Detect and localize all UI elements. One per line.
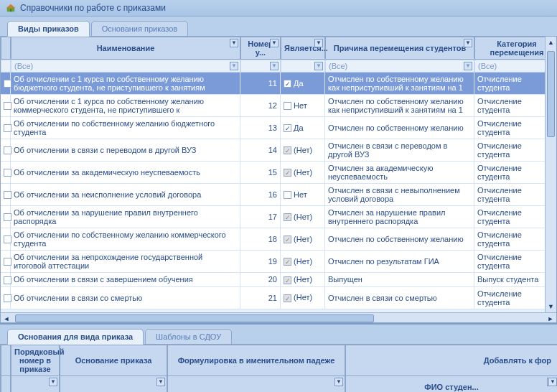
is-checkbox[interactable] xyxy=(284,146,291,154)
cell-is[interactable]: Нет xyxy=(281,95,325,117)
col-header-base[interactable]: Основание приказа xyxy=(60,345,167,375)
filter-cell[interactable]: (Все)▼ xyxy=(11,60,240,73)
row-checkbox-cell[interactable] xyxy=(1,139,11,162)
row-checkbox[interactable] xyxy=(4,191,11,199)
col-header-dropdown-icon[interactable]: ▼ xyxy=(314,39,323,47)
col-header-dropdown-icon[interactable]: ▼ xyxy=(230,39,238,47)
cell-is[interactable]: (Нет) xyxy=(281,206,325,228)
is-checkbox[interactable] xyxy=(284,169,291,177)
is-checkbox[interactable] xyxy=(284,124,291,132)
is-checkbox[interactable] xyxy=(284,276,291,284)
vertical-scrollbar[interactable]: ▲ ▼ xyxy=(545,37,556,312)
scroll-left-button[interactable]: ◄ xyxy=(1,313,12,323)
filter-cell[interactable]: (Все)▼ xyxy=(325,60,474,73)
table-row[interactable]: Об отчислении с 1 курса по собственному … xyxy=(1,73,556,95)
col-header-formulation[interactable]: Формулировка в именительном падеже xyxy=(167,345,345,375)
scroll-thumb[interactable] xyxy=(547,51,555,137)
row-checkbox[interactable] xyxy=(4,213,11,221)
row-checkbox-cell[interactable] xyxy=(1,73,11,95)
col-header-fio[interactable]: ФИО студен...▼ xyxy=(345,375,557,392)
is-checkbox[interactable] xyxy=(284,294,291,302)
col-header-name[interactable]: Наименование▼ xyxy=(11,37,240,60)
row-checkbox-cell[interactable] xyxy=(1,95,11,117)
filter-dropdown-icon[interactable]: ▼ xyxy=(314,62,323,70)
filter-dropdown-icon[interactable]: ▼ xyxy=(270,62,278,70)
is-checkbox[interactable] xyxy=(284,258,291,266)
col-header-dropdown-icon[interactable]: ▼ xyxy=(334,378,343,386)
cell-is[interactable]: (Нет) xyxy=(281,139,325,162)
cell-is[interactable]: (Нет) xyxy=(281,287,325,309)
col-header-dropdown-icon[interactable]: ▼ xyxy=(270,39,278,47)
row-checkbox[interactable] xyxy=(4,169,11,177)
row-checkbox[interactable] xyxy=(4,80,11,88)
col-header-dropdown-icon[interactable]: ▼ xyxy=(548,378,557,386)
row-checkbox-cell[interactable] xyxy=(1,228,11,251)
is-checkbox[interactable] xyxy=(284,102,291,110)
col-header-reason[interactable]: Причина перемещения студентов▼ xyxy=(325,37,474,60)
filter-dropdown-icon[interactable]: ▼ xyxy=(230,62,238,70)
table-row[interactable]: Об отчислении за академическую неуспевае… xyxy=(1,162,556,184)
cell-is[interactable]: (Нет) xyxy=(281,162,325,184)
row-checkbox-cell[interactable] xyxy=(1,206,11,228)
tab-order-types[interactable]: Виды приказов xyxy=(7,21,90,37)
filter-cell[interactable]: ▼ xyxy=(240,60,281,73)
row-checkbox[interactable] xyxy=(4,276,11,284)
cell-is[interactable]: Да xyxy=(281,117,325,139)
horizontal-scrollbar[interactable]: ◄ ► xyxy=(1,312,556,323)
table-row[interactable]: Об отчислении с 1 курса по собственному … xyxy=(1,95,556,117)
is-checkbox[interactable] xyxy=(284,235,291,243)
col-header-checkbox[interactable] xyxy=(1,375,11,392)
col-header-checkbox[interactable] xyxy=(1,345,11,375)
tab-order-grounds[interactable]: Основания приказов xyxy=(91,21,188,37)
scroll-up-button[interactable]: ▲ xyxy=(546,37,556,48)
col-header-category[interactable]: Категория перемещения xyxy=(474,37,556,60)
row-checkbox-cell[interactable] xyxy=(1,251,11,273)
row-checkbox[interactable] xyxy=(4,146,11,154)
col-header-addto[interactable]: Добавлять к фор xyxy=(345,345,557,375)
table-row[interactable]: Об отчислении по собственному желанию ко… xyxy=(1,228,556,251)
cell-is[interactable]: Да xyxy=(281,73,325,95)
row-checkbox-cell[interactable] xyxy=(1,184,11,206)
cell-is[interactable]: (Нет) xyxy=(281,251,325,273)
table-row[interactable]: Об отчислении в связи со смертью21 (Нет)… xyxy=(1,287,556,309)
col-header-ordnum[interactable]: Порядковый номер в приказе xyxy=(11,345,60,375)
filter-cell[interactable] xyxy=(1,60,11,73)
filter-cell[interactable]: ▼ xyxy=(281,60,325,73)
tab-templates[interactable]: Шаблоны в СДОУ xyxy=(145,329,232,345)
table-row[interactable]: Об отчислении в связи с завершением обуч… xyxy=(1,273,556,287)
filter-cell[interactable]: (Все)▼ xyxy=(474,60,556,73)
col-header-dropdown-icon[interactable]: ▼ xyxy=(49,378,57,386)
col-header-base[interactable]: ▼ xyxy=(60,375,167,392)
row-checkbox-cell[interactable] xyxy=(1,287,11,309)
tab-grounds-for-type[interactable]: Основания для вида приказа xyxy=(7,329,144,345)
col-header-num[interactable]: Номер у...▼ xyxy=(240,37,281,60)
table-row[interactable]: Об отчислении за непрохождение государст… xyxy=(1,251,556,273)
col-header-dropdown-icon[interactable]: ▼ xyxy=(464,39,472,47)
row-checkbox-cell[interactable] xyxy=(1,117,11,139)
row-checkbox[interactable] xyxy=(4,102,11,110)
row-checkbox-cell[interactable] xyxy=(1,162,11,184)
is-checkbox[interactable] xyxy=(284,213,291,221)
cell-is[interactable]: (Нет) xyxy=(281,273,325,287)
cell-is[interactable]: Нет xyxy=(281,184,325,206)
filter-dropdown-icon[interactable]: ▼ xyxy=(464,62,472,70)
row-checkbox[interactable] xyxy=(4,294,11,302)
table-row[interactable]: Об отчислении по собственному желанию бю… xyxy=(1,117,556,139)
row-checkbox[interactable] xyxy=(4,258,11,266)
cell-is[interactable]: (Нет) xyxy=(281,228,325,251)
table-row[interactable]: Об отчислении за нарушение правил внутре… xyxy=(1,206,556,228)
row-checkbox[interactable] xyxy=(4,235,11,243)
is-checkbox[interactable] xyxy=(284,191,291,199)
row-checkbox-cell[interactable] xyxy=(1,273,11,287)
table-row[interactable]: Об отчислении за неисполнение условий до… xyxy=(1,184,556,206)
scroll-right-button[interactable]: ► xyxy=(545,313,556,323)
col-header-is[interactable]: Является...▼ xyxy=(281,37,325,60)
scroll-thumb[interactable] xyxy=(15,314,374,322)
col-header-formulation[interactable]: ▼ xyxy=(167,375,345,392)
scroll-down-button[interactable]: ▼ xyxy=(546,301,556,312)
col-header-ordnum[interactable]: ▼ xyxy=(11,375,60,392)
col-header-checkbox[interactable] xyxy=(1,37,11,60)
row-checkbox[interactable] xyxy=(4,124,11,132)
col-header-dropdown-icon[interactable]: ▼ xyxy=(156,378,165,386)
is-checkbox[interactable] xyxy=(284,80,291,88)
